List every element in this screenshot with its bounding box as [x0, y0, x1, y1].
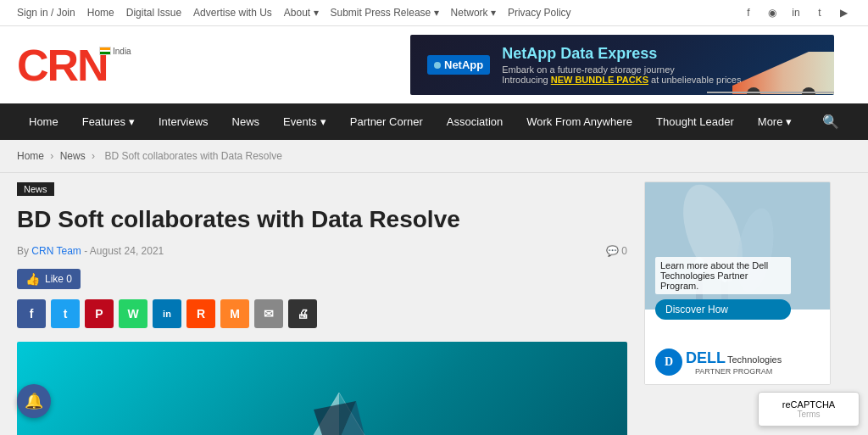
dell-logo: D DELL Technologies PARTNER PROGRAM	[655, 349, 820, 376]
sidebar-ad[interactable]: Learn more about the Dell Technologies P…	[644, 181, 831, 385]
flag-icon	[99, 47, 111, 55]
breadcrumb-sep1: ›	[50, 150, 53, 162]
social-icons: f ◉ in t ▶	[741, 5, 851, 20]
digital-issue-link[interactable]: Digital Issue	[126, 7, 181, 19]
share-buttons: f t P W in R M ✉ 🖨	[17, 299, 627, 328]
sign-in-link[interactable]: Sign in / Join	[17, 7, 75, 19]
header: India CRN NetApp NetApp Data Express Emb…	[0, 26, 868, 103]
privacy-link[interactable]: Privacy Policy	[508, 7, 571, 19]
comment-icon: 💬	[606, 245, 619, 257]
nav-news[interactable]: News	[220, 103, 272, 140]
content-area: News BD Soft collaborates with Data Reso…	[17, 181, 831, 435]
network-chevron: ▾	[491, 7, 496, 19]
search-button[interactable]: 🔍	[810, 103, 851, 140]
netapp-dot	[434, 62, 441, 69]
fb-like-button[interactable]: 👍 Like 0	[17, 269, 81, 289]
nav-home[interactable]: Home	[17, 103, 70, 140]
breadcrumb-current: BD Soft collaborates with Data Resolve	[104, 150, 281, 162]
nav-work-from-anywhere[interactable]: Work From Anywhere	[515, 103, 644, 140]
nav-events[interactable]: Events ▾	[271, 103, 338, 140]
dell-brand: DELL	[686, 349, 726, 367]
nav-thought-leader[interactable]: Thought Leader	[644, 103, 746, 140]
comment-count: 💬 0	[606, 245, 627, 257]
article-date: August 24, 2021	[90, 245, 164, 257]
breadcrumb-news[interactable]: News	[60, 150, 86, 162]
events-chevron: ▾	[320, 115, 326, 128]
features-chevron: ▾	[129, 115, 135, 128]
nav-association[interactable]: Association	[435, 103, 515, 140]
banner-text: NetApp Data Express Embark on a future-r…	[502, 45, 741, 85]
dell-technologies: Technologies	[727, 354, 782, 365]
dell-program: PARTNER PROGRAM	[686, 367, 782, 376]
about-link[interactable]: About ▾	[284, 7, 319, 19]
breadcrumb-home[interactable]: Home	[17, 150, 44, 162]
sidebar-ad-title: Learn more about the Dell Technologies P…	[655, 257, 791, 294]
banner-title: NetApp Data Express	[502, 45, 741, 63]
thumb-icon: 👍	[25, 272, 40, 286]
top-bar-links: Sign in / Join Home Digital Issue Advert…	[17, 7, 571, 19]
discover-how-button[interactable]: Discover How	[655, 299, 791, 320]
meta-sep: -	[84, 245, 87, 257]
banner-highlight: NEW BUNDLE PACKS	[551, 75, 648, 85]
notification-bell[interactable]: 🔔	[17, 384, 51, 418]
article-graphic	[237, 359, 407, 435]
share-facebook[interactable]: f	[17, 299, 46, 328]
comment-number: 0	[621, 245, 627, 257]
cookie-notice: reCAPTCHA Terms	[758, 392, 860, 427]
home-link[interactable]: Home	[87, 7, 114, 19]
nav-more[interactable]: More ▾	[746, 103, 804, 140]
nav-interviews[interactable]: Interviews	[147, 103, 220, 140]
network-link[interactable]: Network ▾	[451, 7, 496, 19]
news-badge: News	[17, 182, 54, 196]
article-image	[17, 342, 627, 435]
article-section: News BD Soft collaborates with Data Reso…	[17, 181, 627, 435]
advertise-link[interactable]: Advertise with Us	[193, 7, 272, 19]
breadcrumb-sep2: ›	[92, 150, 95, 162]
share-reddit[interactable]: R	[186, 299, 215, 328]
svg-marker-0	[732, 52, 834, 94]
share-pinterest[interactable]: P	[85, 299, 114, 328]
youtube-icon[interactable]: ▶	[836, 5, 851, 20]
breadcrumb: Home › News › BD Soft collaborates with …	[0, 140, 868, 173]
article-meta: By CRN Team - August 24, 2021 💬 0	[17, 245, 627, 257]
banner-ad[interactable]: NetApp NetApp Data Express Embark on a f…	[410, 35, 834, 95]
share-mix[interactable]: M	[220, 299, 249, 328]
share-linkedin[interactable]: in	[153, 299, 181, 328]
netapp-logo: NetApp	[427, 55, 490, 75]
press-chevron: ▾	[434, 7, 439, 19]
banner-sub1: Embark on a future-ready storage journey	[502, 64, 741, 75]
banner-sub2: Introducing NEW BUNDLE PACKS at unbeliev…	[502, 75, 741, 85]
nav-partner-corner[interactable]: Partner Corner	[338, 103, 435, 140]
share-print[interactable]: 🖨	[288, 299, 317, 328]
instagram-icon[interactable]: ◉	[765, 5, 780, 20]
more-chevron: ▾	[786, 115, 792, 128]
main-wrapper: News BD Soft collaborates with Data Reso…	[0, 173, 868, 435]
dell-logo-icon: D	[655, 349, 682, 376]
twitter-icon[interactable]: t	[812, 5, 827, 20]
facebook-icon[interactable]: f	[741, 5, 756, 20]
nav-features[interactable]: Features ▾	[70, 103, 147, 140]
press-release-link[interactable]: Submit Press Release ▾	[331, 7, 439, 19]
share-whatsapp[interactable]: W	[119, 299, 147, 328]
fb-like-area[interactable]: 👍 Like 0	[17, 269, 627, 289]
author-link[interactable]: CRN Team	[31, 245, 81, 257]
cookie-terms: Terms	[765, 410, 852, 419]
cookie-text: reCAPTCHA	[765, 399, 852, 410]
top-bar: Sign in / Join Home Digital Issue Advert…	[0, 0, 868, 26]
share-twitter[interactable]: t	[51, 299, 80, 328]
logo-india: India	[113, 47, 131, 56]
sidebar-ad-bottom: D DELL Technologies PARTNER PROGRAM	[645, 335, 830, 384]
like-label: Like 0	[45, 273, 72, 285]
train-graphic	[707, 35, 834, 95]
linkedin-icon[interactable]: in	[788, 5, 804, 20]
share-email[interactable]: ✉	[254, 299, 283, 328]
logo-crn: CRN	[17, 41, 108, 90]
sidebar-ad-image: Learn more about the Dell Technologies P…	[645, 182, 830, 335]
article-title: BD Soft collaborates with Data Resolve	[17, 204, 627, 235]
about-chevron: ▾	[314, 7, 319, 19]
logo-area[interactable]: India CRN	[17, 43, 108, 87]
navbar: Home Features ▾ Interviews News Events ▾…	[0, 103, 868, 140]
by-label: By	[17, 245, 29, 257]
